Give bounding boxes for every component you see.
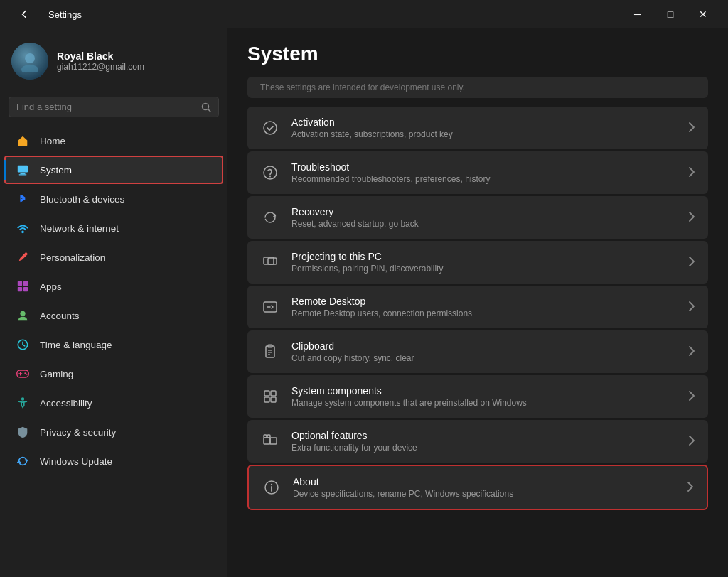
clipboard-desc: Cut and copy history, sync, clear: [291, 353, 677, 363]
sidebar-item-accounts[interactable]: Accounts: [4, 301, 223, 330]
sidebar-item-accessibility[interactable]: Accessibility: [4, 389, 223, 417]
recovery-chevron-icon: [688, 211, 695, 225]
svg-point-19: [26, 374, 28, 375]
svg-rect-35: [271, 397, 276, 402]
recovery-desc: Reset, advanced startup, go back: [291, 219, 677, 229]
network-icon: [16, 221, 30, 235]
title-bar-left: Settings: [9, 3, 82, 26]
user-profile[interactable]: Royal Black giah11212@gmail.com: [0, 28, 228, 91]
sidebar-item-privacy[interactable]: Privacy & security: [4, 418, 223, 446]
svg-rect-32: [264, 391, 269, 396]
svg-point-18: [24, 372, 26, 374]
clipboard-text: ClipboardCut and copy history, sync, cle…: [291, 340, 677, 363]
sidebar-item-apps[interactable]: Apps: [4, 272, 223, 301]
settings-item-projecting[interactable]: Projecting to this PCPermissions, pairin…: [247, 241, 708, 284]
app-layout: Royal Black giah11212@gmail.com HomeSyst…: [0, 28, 728, 577]
sidebar-item-time[interactable]: Time & language: [4, 330, 223, 359]
troubleshoot-chevron-icon: [688, 166, 695, 180]
system-components-text: System componentsManage system component…: [291, 385, 677, 408]
settings-item-clipboard[interactable]: ClipboardCut and copy history, sync, cle…: [247, 330, 708, 373]
troubleshoot-text: TroubleshootRecommended troubleshooters,…: [291, 161, 677, 184]
svg-point-7: [21, 231, 24, 234]
back-button[interactable]: [9, 3, 41, 26]
sidebar-item-bluetooth[interactable]: Bluetooth & devices: [4, 185, 223, 213]
apps-icon: [16, 279, 30, 293]
system-icon: [16, 163, 30, 177]
settings-item-about[interactable]: AboutDevice specifications, rename PC, W…: [247, 465, 708, 510]
sidebar: Royal Black giah11212@gmail.com HomeSyst…: [0, 28, 228, 577]
avatar-image: [11, 43, 48, 80]
svg-point-21: [264, 122, 277, 134]
svg-rect-6: [19, 174, 27, 175]
optional-features-icon: [260, 431, 280, 451]
activation-title: Activation: [291, 117, 677, 128]
optional-features-text: Optional featuresExtra functionality for…: [291, 430, 677, 453]
settings-item-recovery[interactable]: RecoveryReset, advanced startup, go back: [247, 196, 708, 239]
minimize-button[interactable]: ─: [621, 3, 654, 26]
svg-rect-37: [270, 438, 277, 444]
sidebar-item-gaming[interactable]: Gaming: [4, 360, 223, 388]
troubleshoot-icon: [260, 163, 280, 183]
svg-point-0: [25, 53, 35, 63]
bluetooth-icon: [16, 192, 30, 206]
about-title: About: [293, 476, 675, 487]
sidebar-item-label-gaming: Gaming: [40, 369, 73, 379]
close-button[interactable]: ✕: [687, 3, 719, 26]
sidebar-item-home[interactable]: Home: [4, 126, 223, 155]
sidebar-item-network[interactable]: Network & internet: [4, 214, 223, 242]
remote-desktop-title: Remote Desktop: [291, 296, 677, 307]
system-components-icon: [260, 387, 280, 406]
svg-rect-39: [267, 435, 270, 438]
gaming-icon: [16, 367, 30, 381]
window-controls: ─ □ ✕: [621, 3, 719, 26]
user-email: giah11212@gmail.com: [57, 62, 144, 72]
settings-item-troubleshoot[interactable]: TroubleshootRecommended troubleshooters,…: [247, 151, 708, 194]
projecting-chevron-icon: [688, 256, 695, 269]
page-title: System: [247, 43, 708, 65]
sidebar-item-label-home: Home: [40, 136, 65, 146]
user-info: Royal Black giah11212@gmail.com: [57, 50, 144, 72]
maximize-button[interactable]: □: [654, 3, 687, 26]
title-bar: Settings ─ □ ✕: [0, 0, 728, 28]
recovery-icon: [260, 207, 280, 227]
search-box[interactable]: [9, 97, 219, 117]
sidebar-item-personalization[interactable]: Personalization: [4, 243, 223, 271]
sidebar-item-system[interactable]: System: [4, 156, 223, 184]
recovery-text: RecoveryReset, advanced startup, go back: [291, 206, 677, 229]
remote-desktop-text: Remote DesktopRemote Desktop users, conn…: [291, 296, 677, 318]
accounts-icon: [16, 308, 30, 323]
svg-point-20: [21, 397, 25, 401]
system-components-desc: Manage system components that are preins…: [291, 398, 677, 408]
search-icon: [201, 102, 211, 112]
settings-item-activation[interactable]: ActivationActivation state, subscription…: [247, 107, 708, 149]
accessibility-icon: [16, 396, 30, 410]
svg-rect-10: [23, 281, 28, 286]
svg-rect-11: [18, 287, 22, 291]
active-indicator: [4, 160, 6, 180]
sidebar-item-label-time: Time & language: [40, 340, 112, 350]
sidebar-item-label-system: System: [40, 165, 72, 176]
activation-text: ActivationActivation state, subscription…: [291, 117, 677, 139]
app-title: Settings: [48, 9, 82, 20]
svg-rect-36: [264, 438, 270, 444]
svg-rect-4: [18, 166, 28, 173]
sidebar-item-update[interactable]: Windows Update: [4, 447, 223, 475]
svg-rect-12: [23, 287, 28, 291]
settings-item-optional-features[interactable]: Optional featuresExtra functionality for…: [247, 420, 708, 463]
svg-rect-33: [271, 391, 276, 396]
clipboard-title: Clipboard: [291, 340, 677, 352]
svg-point-42: [271, 484, 272, 485]
system-components-title: System components: [291, 385, 677, 397]
about-chevron-icon: [687, 481, 694, 495]
about-desc: Device specifications, rename PC, Window…: [293, 489, 675, 499]
settings-item-remote-desktop[interactable]: Remote DesktopRemote Desktop users, conn…: [247, 286, 708, 328]
main-content: System These settings are intended for d…: [228, 28, 728, 577]
svg-line-3: [208, 109, 211, 112]
search-input[interactable]: [16, 102, 196, 112]
svg-point-23: [269, 176, 271, 178]
projecting-text: Projecting to this PCPermissions, pairin…: [291, 251, 677, 274]
settings-item-system-components[interactable]: System componentsManage system component…: [247, 375, 708, 418]
sidebar-item-label-bluetooth: Bluetooth & devices: [40, 194, 124, 205]
sidebar-item-label-update: Windows Update: [40, 456, 112, 467]
sidebar-item-label-accessibility: Accessibility: [40, 398, 92, 409]
